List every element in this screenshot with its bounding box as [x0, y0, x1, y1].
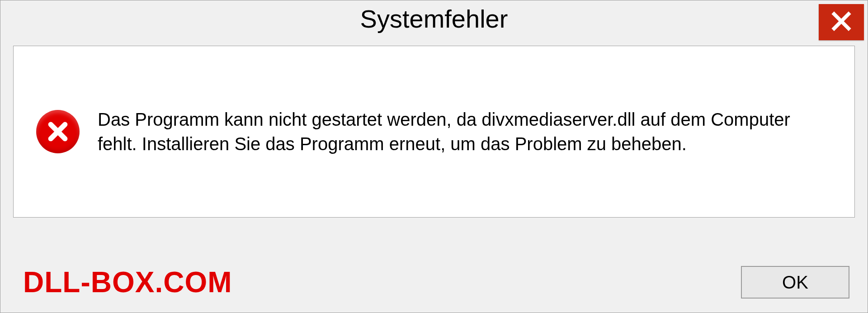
close-icon	[830, 10, 852, 34]
branding-text: DLL-BOX.COM	[23, 266, 232, 299]
error-icon	[36, 110, 80, 153]
titlebar: Systemfehler	[0, 0, 868, 41]
ok-button-label: OK	[782, 272, 808, 293]
close-button[interactable]	[819, 4, 864, 40]
error-message: Das Programm kann nicht gestartet werden…	[98, 107, 821, 156]
dialog-title: Systemfehler	[360, 4, 508, 33]
error-dialog: Systemfehler Das Programm kann nicht ges…	[0, 0, 868, 313]
bottom-bar: DLL-BOX.COM OK	[0, 252, 868, 313]
content-area: Das Programm kann nicht gestartet werden…	[13, 46, 855, 218]
ok-button[interactable]: OK	[741, 266, 849, 299]
